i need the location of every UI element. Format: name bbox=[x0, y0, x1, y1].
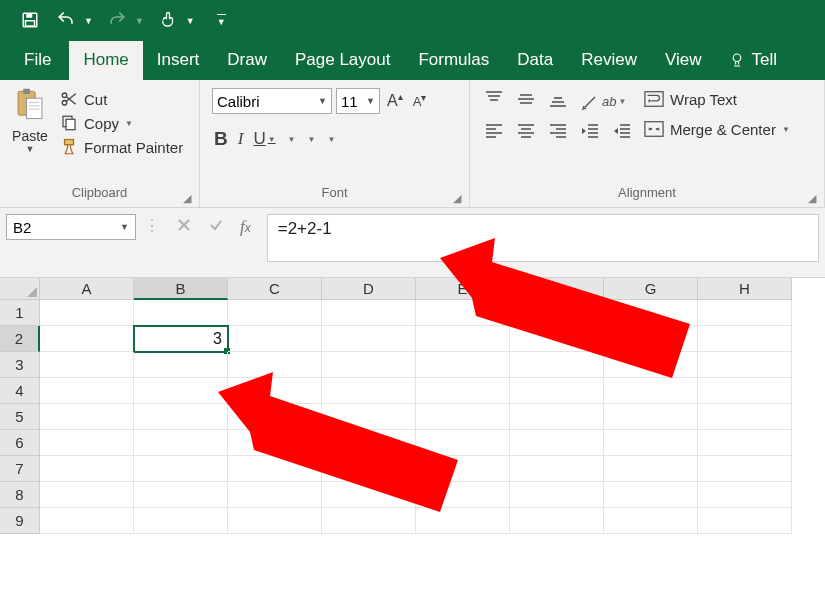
cell-e2[interactable] bbox=[416, 326, 510, 352]
font-size-select[interactable]: 11▼ bbox=[336, 88, 380, 114]
cell-a7[interactable] bbox=[40, 456, 134, 482]
cell-d1[interactable] bbox=[322, 300, 416, 326]
formula-input[interactable]: =2+2-1 bbox=[267, 214, 819, 262]
cell-f1[interactable] bbox=[510, 300, 604, 326]
align-top-button[interactable] bbox=[484, 90, 504, 112]
increase-indent-button[interactable] bbox=[612, 122, 632, 144]
align-left-button[interactable] bbox=[484, 122, 504, 144]
cell-c4[interactable] bbox=[228, 378, 322, 404]
cell-a5[interactable] bbox=[40, 404, 134, 430]
undo-dropdown-icon[interactable]: ▼ bbox=[84, 14, 93, 26]
touch-dropdown-icon[interactable]: ▼ bbox=[186, 14, 195, 26]
tab-home[interactable]: Home bbox=[69, 41, 142, 80]
cell-h1[interactable] bbox=[698, 300, 792, 326]
cell-g6[interactable] bbox=[604, 430, 698, 456]
font-launcher-icon[interactable]: ◢ bbox=[453, 192, 461, 205]
cell-c8[interactable] bbox=[228, 482, 322, 508]
cell-b7[interactable] bbox=[134, 456, 228, 482]
wrap-text-button[interactable]: Wrap Text bbox=[644, 90, 790, 108]
cell-d6[interactable] bbox=[322, 430, 416, 456]
cell-e9[interactable] bbox=[416, 508, 510, 534]
cell-b1[interactable] bbox=[134, 300, 228, 326]
tab-review[interactable]: Review bbox=[567, 41, 651, 80]
tab-page-layout[interactable]: Page Layout bbox=[281, 41, 404, 80]
cell-f6[interactable] bbox=[510, 430, 604, 456]
row-header-3[interactable]: 3 bbox=[0, 352, 40, 378]
cell-e8[interactable] bbox=[416, 482, 510, 508]
redo-dropdown-icon[interactable]: ▼ bbox=[135, 14, 144, 26]
cell-d2[interactable] bbox=[322, 326, 416, 352]
bold-button[interactable]: B bbox=[214, 128, 228, 150]
cell-h4[interactable] bbox=[698, 378, 792, 404]
cell-b6[interactable] bbox=[134, 430, 228, 456]
cell-a6[interactable] bbox=[40, 430, 134, 456]
cell-a4[interactable] bbox=[40, 378, 134, 404]
col-header-f[interactable]: F bbox=[510, 278, 604, 300]
row-header-6[interactable]: 6 bbox=[0, 430, 40, 456]
cell-h2[interactable] bbox=[698, 326, 792, 352]
select-all-corner[interactable] bbox=[0, 278, 40, 300]
decrease-indent-button[interactable] bbox=[580, 122, 600, 144]
merge-center-button[interactable]: Merge & Center ▼ bbox=[644, 120, 790, 138]
row-header-7[interactable]: 7 bbox=[0, 456, 40, 482]
cell-f7[interactable] bbox=[510, 456, 604, 482]
cell-g4[interactable] bbox=[604, 378, 698, 404]
cell-g1[interactable] bbox=[604, 300, 698, 326]
italic-button[interactable]: I bbox=[238, 129, 244, 149]
cell-g2[interactable] bbox=[604, 326, 698, 352]
col-header-b[interactable]: B bbox=[134, 278, 228, 300]
cell-a2[interactable] bbox=[40, 326, 134, 352]
cell-f3[interactable] bbox=[510, 352, 604, 378]
cell-a3[interactable] bbox=[40, 352, 134, 378]
cell-h5[interactable] bbox=[698, 404, 792, 430]
touch-mode-button[interactable] bbox=[156, 8, 180, 32]
cell-b4[interactable] bbox=[134, 378, 228, 404]
cell-b3[interactable] bbox=[134, 352, 228, 378]
cell-e6[interactable] bbox=[416, 430, 510, 456]
paste-button[interactable]: Paste ▼ bbox=[6, 84, 54, 154]
cell-g9[interactable] bbox=[604, 508, 698, 534]
cell-b2[interactable]: 3 bbox=[134, 326, 228, 352]
align-bottom-button[interactable] bbox=[548, 90, 568, 112]
fx-icon[interactable]: fx bbox=[240, 217, 251, 237]
cell-e3[interactable] bbox=[416, 352, 510, 378]
underline-button[interactable]: U ▼ bbox=[253, 129, 275, 149]
name-box[interactable]: B2 ▼ bbox=[6, 214, 136, 240]
tab-formulas[interactable]: Formulas bbox=[404, 41, 503, 80]
cell-a1[interactable] bbox=[40, 300, 134, 326]
row-header-9[interactable]: 9 bbox=[0, 508, 40, 534]
cell-h3[interactable] bbox=[698, 352, 792, 378]
cell-e4[interactable] bbox=[416, 378, 510, 404]
increase-font-button[interactable]: A▴ bbox=[384, 91, 406, 110]
decrease-font-button[interactable]: A▾ bbox=[410, 92, 430, 109]
fill-color-button[interactable]: ▼ bbox=[306, 135, 316, 144]
cell-d8[interactable] bbox=[322, 482, 416, 508]
col-header-e[interactable]: E bbox=[416, 278, 510, 300]
cell-h7[interactable] bbox=[698, 456, 792, 482]
cell-d7[interactable] bbox=[322, 456, 416, 482]
cell-a8[interactable] bbox=[40, 482, 134, 508]
cell-h6[interactable] bbox=[698, 430, 792, 456]
cell-h8[interactable] bbox=[698, 482, 792, 508]
cell-c5[interactable] bbox=[228, 404, 322, 430]
row-header-4[interactable]: 4 bbox=[0, 378, 40, 404]
cell-b9[interactable] bbox=[134, 508, 228, 534]
cell-f9[interactable] bbox=[510, 508, 604, 534]
cell-d9[interactable] bbox=[322, 508, 416, 534]
cell-c6[interactable] bbox=[228, 430, 322, 456]
row-header-2[interactable]: 2 bbox=[0, 326, 40, 352]
chevron-down-icon[interactable]: ▼ bbox=[782, 125, 790, 134]
cell-f2[interactable] bbox=[510, 326, 604, 352]
col-header-g[interactable]: G bbox=[604, 278, 698, 300]
cell-g7[interactable] bbox=[604, 456, 698, 482]
cell-c7[interactable] bbox=[228, 456, 322, 482]
cell-c2[interactable] bbox=[228, 326, 322, 352]
tab-file[interactable]: File bbox=[6, 41, 69, 80]
cell-d3[interactable] bbox=[322, 352, 416, 378]
tell-me-button[interactable]: Tell bbox=[724, 41, 782, 80]
copy-dropdown-icon[interactable]: ▼ bbox=[125, 119, 133, 128]
align-center-button[interactable] bbox=[516, 122, 536, 144]
tab-view[interactable]: View bbox=[651, 41, 716, 80]
enter-formula-button[interactable] bbox=[208, 217, 224, 237]
cell-f4[interactable] bbox=[510, 378, 604, 404]
